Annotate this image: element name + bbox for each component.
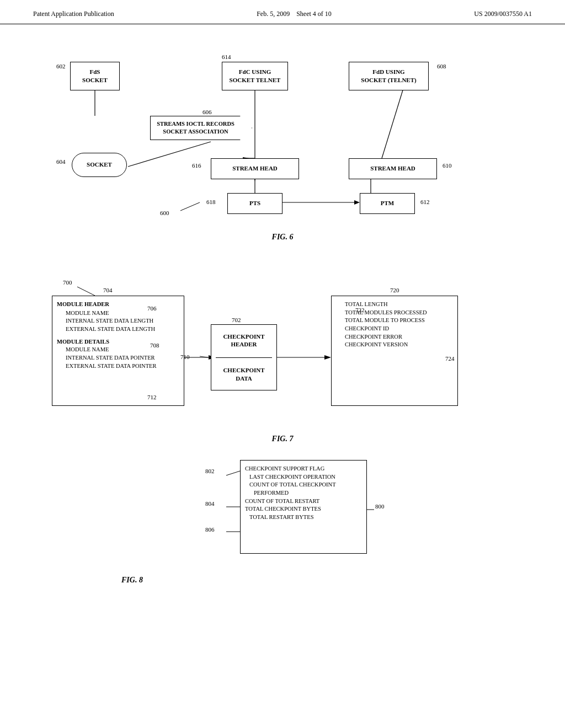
label-604: 604 (56, 158, 66, 165)
main-content: FdS SOCKET 602 FdC USING SOCKET TELNET 6… (0, 29, 565, 590)
fdc-box: FdC USING SOCKET TELNET (222, 62, 288, 90)
svg-line-24 (226, 471, 240, 475)
label-616: 616 (192, 162, 201, 169)
label-602: 602 (56, 63, 66, 69)
checkpoint-box: CHECKPOINTHEADER CHECKPOINT DATA (211, 324, 277, 390)
label-704: 704 (103, 287, 113, 293)
label-600: 600 (160, 210, 169, 216)
label-712: 712 (147, 394, 157, 400)
fds-box: FdS SOCKET (70, 62, 120, 90)
module-box: MODULE HEADER MODULE NAME INTERNAL STATE… (52, 296, 184, 406)
label-610: 610 (443, 162, 452, 169)
label-724: 724 (445, 355, 455, 362)
label-720: 720 (390, 287, 399, 293)
ptm-box: PTM (360, 193, 415, 214)
label-618: 618 (206, 199, 216, 205)
fig7-diagram: 700 MODULE HEADER MODULE NAME INTERNAL S… (40, 253, 525, 429)
streams-box: STREAMS IOCTL RECORDSSOCKET ASSOCIATION (150, 116, 252, 140)
svg-marker-7 (354, 200, 360, 205)
fig8-label: FIG. 8 (121, 576, 143, 585)
stream-head-right-box: STREAM HEAD (349, 158, 437, 179)
socket-box: SOCKET (72, 153, 127, 177)
label-612: 612 (420, 199, 430, 205)
right-box: TOTAL LENGTH TOTAL MODULES PROCESSED TOT… (331, 296, 458, 406)
fig6-diagram: FdS SOCKET 602 FdC USING SOCKET TELNET 6… (40, 51, 525, 227)
label-806: 806 (205, 526, 215, 533)
label-804: 804 (205, 500, 215, 507)
fdd-box: FdD USING SOCKET (TELNET) (349, 62, 429, 90)
label-608: 608 (437, 63, 446, 69)
fig6-label: FIG. 6 (33, 233, 532, 242)
fig7-label: FIG. 7 (33, 435, 532, 443)
label-802: 802 (205, 468, 215, 474)
label-722: 722 (355, 307, 365, 313)
label-606: 606 (202, 109, 212, 115)
header-right: US 2009/0037550 A1 (474, 10, 532, 18)
label-614: 614 (222, 53, 231, 60)
svg-marker-16 (324, 355, 331, 360)
label-702: 702 (232, 317, 241, 323)
pts-box: PTS (227, 193, 282, 214)
label-700: 700 (63, 279, 72, 286)
svg-line-12 (180, 202, 200, 211)
fig8-label-area: FIG. 8 (121, 576, 532, 585)
fig8-box: CHECKPOINT SUPPORT FLAG LAST CHECKPOINT … (240, 460, 367, 554)
svg-line-20 (200, 356, 208, 357)
page-header: Patent Application Publication Feb. 5, 2… (0, 0, 565, 24)
svg-line-23 (77, 287, 95, 296)
svg-line-9 (382, 87, 404, 158)
stream-head-left-box: STREAM HEAD (211, 158, 299, 179)
label-710: 710 (180, 354, 190, 360)
label-708: 708 (150, 342, 159, 349)
label-706: 706 (147, 305, 157, 312)
header-center: Feb. 5, 2009 Sheet 4 of 10 (257, 10, 332, 18)
label-800: 800 (375, 503, 385, 510)
fig8-diagram: 802 804 806 800 CHECKPOINT SUPPORT FLAG … (177, 454, 452, 570)
header-left: Patent Application Publication (33, 10, 114, 18)
